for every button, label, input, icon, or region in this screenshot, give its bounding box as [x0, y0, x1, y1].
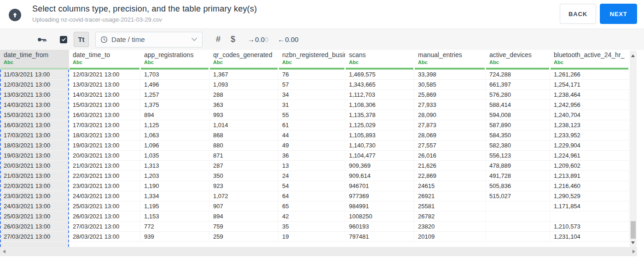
table-cell[interactable]: [486, 201, 550, 211]
table-cell[interactable]: 1,072: [209, 191, 278, 201]
table-cell[interactable]: 27/03/2021 13:00: [0, 232, 69, 242]
table-cell[interactable]: 36: [278, 151, 345, 161]
table-cell[interactable]: 33,398: [414, 70, 486, 80]
table-cell[interactable]: 28,090: [414, 110, 486, 120]
table-cell[interactable]: [486, 232, 550, 242]
column-header-nzbn_registered_busine[interactable]: nzbn_registered_busineAbc: [278, 50, 345, 70]
table-cell[interactable]: 1008250: [345, 211, 414, 222]
table-cell[interactable]: [550, 211, 629, 222]
table-cell[interactable]: 21,626: [414, 161, 486, 171]
scroll-up-icon[interactable]: [631, 54, 635, 57]
table-cell[interactable]: 55: [278, 110, 345, 120]
table-cell[interactable]: 1,290,529: [550, 191, 629, 201]
table-cell[interactable]: 1,240,704: [550, 110, 629, 120]
table-cell[interactable]: 23820: [414, 222, 486, 232]
table-cell[interactable]: 35: [278, 222, 345, 232]
table-cell[interactable]: 26/03/2021 13:00: [69, 211, 140, 222]
table-cell[interactable]: 259: [209, 232, 278, 242]
primary-key-icon[interactable]: [37, 36, 47, 43]
table-cell[interactable]: 759: [209, 222, 278, 232]
table-cell[interactable]: 868: [209, 130, 278, 141]
table-cell[interactable]: 907: [209, 201, 278, 211]
table-cell[interactable]: 1,238,464: [550, 90, 629, 100]
table-cell[interactable]: 894: [209, 211, 278, 222]
table-cell[interactable]: 1,140,730: [345, 141, 414, 151]
table-cell[interactable]: 946701: [345, 181, 414, 191]
table-cell[interactable]: [486, 222, 550, 232]
scroll-down-icon[interactable]: [631, 241, 635, 244]
table-cell[interactable]: 24: [278, 171, 345, 181]
table-cell[interactable]: 22/03/2021 13:00: [69, 171, 140, 181]
table-cell[interactable]: 588,414: [486, 100, 550, 110]
table-cell[interactable]: 587,890: [486, 120, 550, 130]
table-cell[interactable]: 871: [209, 151, 278, 161]
horizontal-scrollbar[interactable]: [0, 247, 637, 256]
table-cell[interactable]: 1,195: [140, 201, 209, 211]
table-cell[interactable]: 15/03/2021 13:00: [69, 100, 140, 110]
table-cell[interactable]: 15/03/2021 13:00: [0, 110, 69, 120]
table-cell[interactable]: 556,123: [486, 151, 550, 161]
table-cell[interactable]: 1,367: [209, 70, 278, 80]
table-cell[interactable]: 13/03/2021 13:00: [0, 90, 69, 100]
table-cell[interactable]: 26/03/2021 13:00: [0, 222, 69, 232]
table-cell[interactable]: 1,238,123: [550, 120, 629, 130]
scroll-right-icon[interactable]: [632, 250, 635, 253]
table-cell[interactable]: 18/03/2021 13:00: [0, 141, 69, 151]
table-cell[interactable]: 18/03/2021 13:00: [69, 130, 140, 141]
table-cell[interactable]: 1,203: [140, 171, 209, 181]
table-cell[interactable]: 1,496: [140, 80, 209, 90]
table-cell[interactable]: 27,873: [414, 120, 486, 130]
text-type-button[interactable]: Tt: [74, 32, 89, 47]
table-cell[interactable]: 14/03/2021 13:00: [69, 90, 140, 100]
table-cell[interactable]: 27/03/2021 13:00: [69, 222, 140, 232]
table-cell[interactable]: 582,380: [486, 141, 550, 151]
table-cell[interactable]: 34: [278, 90, 345, 100]
table-cell[interactable]: 16/03/2021 13:00: [0, 120, 69, 130]
table-cell[interactable]: 25/03/2021 13:00: [69, 201, 140, 211]
table-cell[interactable]: 923: [209, 181, 278, 191]
column-header-qr_codes_generated[interactable]: qr_codes_generatedAbc: [209, 50, 278, 70]
vertical-scrollbar-thumb[interactable]: [631, 221, 636, 239]
table-cell[interactable]: 17/03/2021 13:00: [0, 130, 69, 141]
table-cell[interactable]: 1,703: [140, 70, 209, 80]
table-cell[interactable]: 20/03/2021 13:00: [69, 151, 140, 161]
table-cell[interactable]: 1,257: [140, 90, 209, 100]
table-cell[interactable]: 880: [209, 141, 278, 151]
table-cell[interactable]: 24/03/2021 13:00: [0, 201, 69, 211]
table-cell[interactable]: 1,190: [140, 181, 209, 191]
table-cell[interactable]: 12/03/2021 13:00: [0, 80, 69, 90]
table-cell[interactable]: 25581: [414, 201, 486, 211]
table-cell[interactable]: 594,008: [486, 110, 550, 120]
table-cell[interactable]: 19/03/2021 13:00: [0, 151, 69, 161]
table-cell[interactable]: 909,369: [345, 161, 414, 171]
table-cell[interactable]: 1,254,171: [550, 80, 629, 90]
table-cell[interactable]: 1,105,893: [345, 130, 414, 141]
column-header-app_registrations[interactable]: app_registrationsAbc: [140, 50, 209, 70]
table-cell[interactable]: 661,397: [486, 80, 550, 90]
table-cell[interactable]: 44: [278, 130, 345, 141]
column-header-date_time_from[interactable]: date_time_fromAbc: [0, 50, 69, 70]
table-cell[interactable]: 24/03/2021 13:00: [69, 191, 140, 201]
table-cell[interactable]: 19/03/2021 13:00: [69, 141, 140, 151]
primary-key-checkbox[interactable]: [60, 36, 67, 43]
currency-type-button[interactable]: $: [227, 35, 238, 44]
table-cell[interactable]: 993: [209, 110, 278, 120]
table-cell[interactable]: 1,334: [140, 191, 209, 201]
table-cell[interactable]: 1,209,602: [550, 161, 629, 171]
scroll-left-icon[interactable]: [3, 250, 6, 253]
table-cell[interactable]: 28,069: [414, 130, 486, 141]
vertical-scrollbar[interactable]: [630, 51, 637, 247]
table-cell[interactable]: 12/03/2021 13:00: [69, 70, 140, 80]
table-cell[interactable]: 1,229,904: [550, 141, 629, 151]
column-header-manual_entries[interactable]: manual_entriesAbc: [414, 50, 486, 70]
table-cell[interactable]: 23/03/2021 13:00: [69, 181, 140, 191]
decrease-precision-button[interactable]: ←0.00: [278, 35, 298, 43]
table-cell[interactable]: 960193: [345, 222, 414, 232]
column-header-date_time_to[interactable]: date_time_toAbc: [69, 50, 140, 70]
table-cell[interactable]: 1,242,956: [550, 100, 629, 110]
column-type-dropdown[interactable]: Date / time: [95, 32, 203, 47]
table-cell[interactable]: 1,096: [140, 141, 209, 151]
table-cell[interactable]: 54: [278, 181, 345, 191]
table-cell[interactable]: 28/03/2021 13:00: [69, 232, 140, 242]
table-cell[interactable]: 13: [278, 161, 345, 171]
